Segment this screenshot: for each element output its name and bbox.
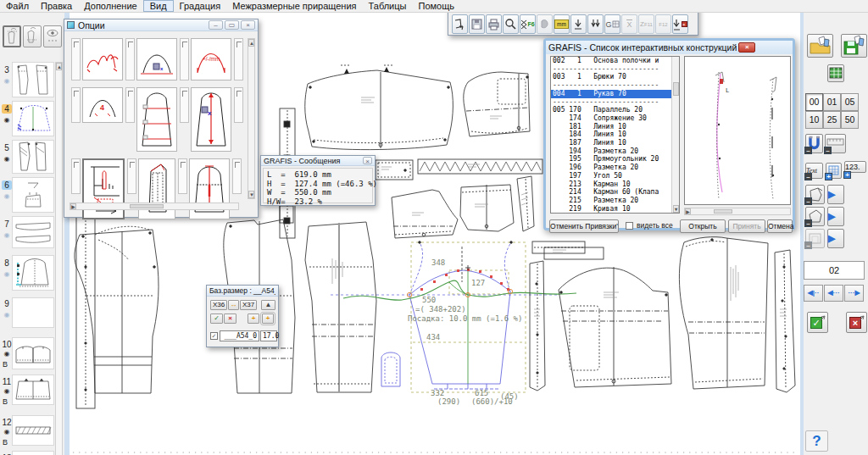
outline-disable-badge-2[interactable]: – <box>804 219 812 227</box>
double-arrow-down-button[interactable] <box>587 14 604 34</box>
scroll-thumb[interactable] <box>673 82 679 96</box>
reject-button[interactable]: × <box>846 312 867 333</box>
eye-icon-6[interactable]: ◉ <box>2 192 12 200</box>
piece-thumbnail-11[interactable] <box>12 375 54 405</box>
piece-number-8[interactable]: 8 <box>2 258 12 268</box>
x36-button[interactable]: X36 <box>210 300 227 310</box>
f6-function-button[interactable]: F6 <box>520 14 536 34</box>
option-thumb-sleeve-widths[interactable] <box>136 87 177 152</box>
close-icon[interactable]: × <box>738 42 755 53</box>
list-item[interactable]: 184 Линия 10 <box>551 130 679 139</box>
option-thumb-selected-tool[interactable] <box>82 158 125 219</box>
see-all-checkbox[interactable] <box>626 222 633 230</box>
option-variant-strip[interactable] <box>232 158 242 194</box>
piece-number-3[interactable]: 3 <box>2 65 12 75</box>
option-variant-strip[interactable] <box>125 87 135 123</box>
scroll-down-icon[interactable]: ▼ <box>673 205 679 213</box>
list-item[interactable]: 005 170 Параллель 20 <box>551 106 679 114</box>
print-button[interactable] <box>486 14 502 34</box>
add-size-icon-1[interactable]: + <box>248 314 259 324</box>
option-thumb-sleeve-curve-edit[interactable] <box>82 38 123 80</box>
sidebar-scrollbar[interactable]: ▲ ▼ <box>55 62 63 455</box>
scroll-down-icon[interactable]: ▼ <box>248 191 254 198</box>
close-construction-button[interactable]: × <box>672 14 688 34</box>
piece-thumbnail-3[interactable] <box>12 62 54 97</box>
piece-play-button-2[interactable]: ▶ <box>827 207 844 226</box>
list-item[interactable]: 215 Разметка 20 <box>551 197 679 205</box>
grade-step-10-button[interactable]: 10 <box>805 111 823 129</box>
menu-grading[interactable]: Градация <box>174 0 227 12</box>
snap-magnet-button[interactable]: – <box>805 134 823 153</box>
save-button[interactable] <box>469 14 485 34</box>
list-item[interactable]: 187 Линия 10 <box>551 139 679 147</box>
piece-outline-button-1[interactable]: – <box>805 185 825 204</box>
eye-icon-11[interactable]: ◉ <box>2 387 12 395</box>
apply-check-icon[interactable]: ✓ <box>210 314 223 324</box>
eye-icon-7[interactable]: ◉ <box>2 231 12 239</box>
grade-step-25-button[interactable]: 25 <box>823 111 841 129</box>
open-construction-button[interactable] <box>807 34 833 58</box>
eye-icon-8[interactable]: ◉ <box>2 270 12 278</box>
eye-icon-5[interactable]: ◉ <box>2 155 12 163</box>
piece-outline-button-3[interactable]: – <box>805 229 825 248</box>
piece-thumbnail-6[interactable] <box>12 177 54 213</box>
piece-trouser-right[interactable] <box>679 237 768 389</box>
preview-scrollbar[interactable]: ◀ ▶ <box>684 208 791 215</box>
accept-button[interactable]: Принять <box>728 219 765 233</box>
menu-help[interactable]: Помощь <box>412 0 460 12</box>
zf11-button-disabled[interactable]: ZF11 <box>638 14 654 34</box>
eye-icon-12[interactable]: ◉ <box>2 428 12 436</box>
list-item[interactable]: 196 Разметка 20 <box>551 164 679 172</box>
piece-number-9[interactable]: 9 <box>2 299 12 308</box>
ruler-disable-badge[interactable]: – <box>824 147 832 154</box>
option-variant-strip[interactable] <box>71 38 81 80</box>
option-variant-strip[interactable] <box>180 38 189 80</box>
collapse-icon[interactable]: ▲ <box>261 300 275 310</box>
piece-thumbnail-7[interactable] <box>12 216 54 248</box>
menu-intersize[interactable]: Межразмерные приращения <box>226 0 362 12</box>
ruler-tool-button[interactable]: – <box>825 134 846 153</box>
scroll-up-icon[interactable]: ▲ <box>248 39 254 47</box>
measure-mm-button[interactable]: mm <box>554 14 570 34</box>
messages-title-bar[interactable]: GRAFIS - Сообщения × <box>261 156 375 166</box>
piece-number-4[interactable]: 4 <box>2 104 12 114</box>
grading-table-button[interactable]: G <box>604 14 620 34</box>
piece-waistband-right[interactable] <box>532 241 604 259</box>
list-item[interactable]: 002 1 Основа полочки и <box>551 57 679 65</box>
import-button[interactable] <box>452 14 468 34</box>
magnet-disable-badge[interactable]: – <box>804 147 812 154</box>
size-name-field[interactable]: ___A54_0 <box>220 330 259 341</box>
size-value-field[interactable]: 17.0 <box>260 330 277 341</box>
save-construction-button[interactable] <box>841 34 867 58</box>
scroll-right-icon[interactable]: ▶ <box>685 208 691 214</box>
zoom-button[interactable] <box>503 14 519 34</box>
nav-prev-button[interactable]: ◀··· <box>824 285 843 302</box>
x-value-button-disabled[interactable]: X <box>621 14 637 34</box>
piece-number-6[interactable]: 6 <box>2 180 12 190</box>
piece-number-7[interactable]: 7 <box>2 219 12 229</box>
list-item[interactable]: 181 Линия 10 <box>551 123 679 131</box>
piece-front-bodice[interactable] <box>464 72 530 136</box>
basesize-title-bar[interactable]: Баз.размер : __A54_0 <box>207 286 278 297</box>
maximize-icon[interactable]: ▭ <box>225 20 239 30</box>
piece-thumbnail-4[interactable] <box>12 101 54 136</box>
option-variant-strip[interactable] <box>178 158 187 194</box>
help-button[interactable]: ? <box>805 430 828 452</box>
list-item[interactable]: 003 1 Брюки 70 <box>551 73 679 81</box>
option-variant-strip[interactable] <box>71 158 81 194</box>
scroll-right-icon[interactable]: ▶ <box>70 203 76 209</box>
outline-disable-badge-1[interactable]: – <box>804 197 812 205</box>
piece-pocket[interactable] <box>460 185 514 231</box>
menu-addon[interactable]: Дополнение <box>78 0 142 12</box>
list-item-selected[interactable]: 004 1 Рукав 70 <box>551 90 679 98</box>
scroll-thumb[interactable] <box>714 209 732 214</box>
list-item[interactable]: 195 Прямоугольник 20 <box>551 155 679 164</box>
nav-next-button[interactable]: ···▶ <box>844 285 864 302</box>
eye-icon-10[interactable]: ◉ <box>2 350 12 358</box>
options-vertical-scrollbar[interactable]: ▲ ▼ <box>248 38 255 199</box>
sidebar-visibility-button[interactable] <box>43 25 62 47</box>
option-thumb-sleeve-cap-base[interactable]: x <box>136 38 177 80</box>
piece-thumbnail-12[interactable] <box>12 415 54 446</box>
list-item[interactable]: 214 Карман 60 (Клапа <box>551 188 679 197</box>
minimize-icon[interactable]: – <box>209 20 223 30</box>
